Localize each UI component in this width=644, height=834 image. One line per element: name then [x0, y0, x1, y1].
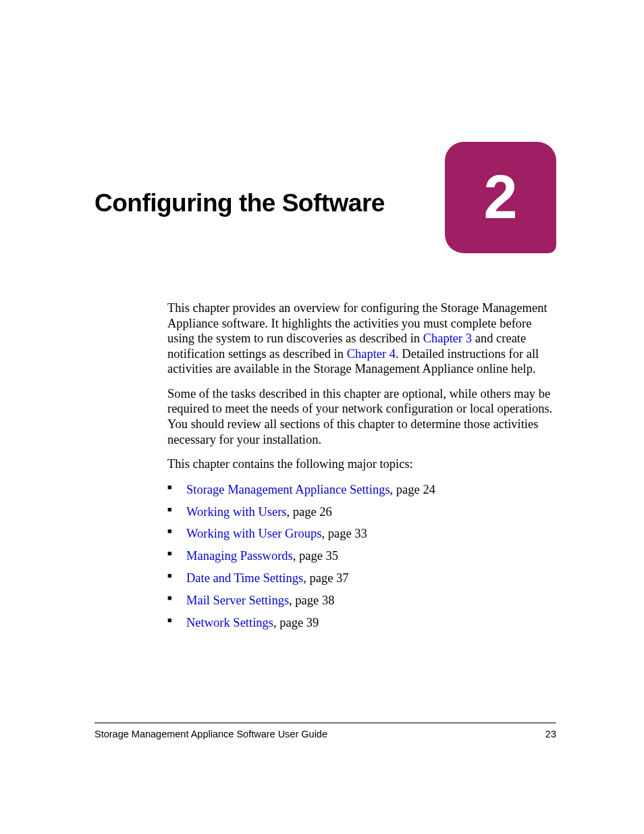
chapter-title: Configuring the Software [95, 142, 385, 217]
list-item: Date and Time Settings, page 37 [167, 570, 556, 588]
body-content: This chapter provides an overview for co… [95, 301, 556, 632]
topic-page: , page 37 [303, 571, 348, 585]
chapter-number-badge: 2 [445, 142, 556, 253]
page-footer: Storage Management Appliance Software Us… [95, 723, 556, 739]
topic-link[interactable]: Working with User Groups [186, 527, 321, 540]
topic-link[interactable]: Managing Passwords [186, 549, 293, 563]
topic-page: , page 33 [321, 527, 367, 540]
intro-paragraph-2: Some of the tasks described in this chap… [167, 386, 556, 447]
topic-page: , page 35 [293, 549, 338, 563]
topic-link[interactable]: Date and Time Settings [186, 571, 303, 585]
topic-link[interactable]: Working with Users [186, 505, 287, 519]
topic-page: , page 39 [273, 616, 319, 629]
link-chapter-4[interactable]: Chapter 4 [347, 347, 396, 361]
footer-page-number: 23 [545, 729, 556, 739]
topic-link[interactable]: Storage Management Appliance Settings [186, 483, 390, 496]
topic-link[interactable]: Network Settings [186, 616, 273, 629]
list-item: Network Settings, page 39 [167, 615, 556, 632]
intro-paragraph-3: This chapter contains the following majo… [167, 457, 556, 472]
list-item: Mail Server Settings, page 38 [167, 592, 556, 610]
topic-page: , page 38 [289, 594, 334, 607]
topic-list: Storage Management Appliance Settings, p… [167, 481, 556, 632]
chapter-header: Configuring the Software 2 [95, 142, 556, 253]
topic-link[interactable]: Mail Server Settings [186, 594, 289, 607]
intro-paragraph-1: This chapter provides an overview for co… [167, 301, 556, 377]
chapter-number: 2 [483, 163, 517, 232]
link-chapter-3[interactable]: Chapter 3 [423, 332, 472, 345]
list-item: Managing Passwords, page 35 [167, 548, 556, 565]
list-item: Working with Users, page 26 [167, 504, 556, 521]
footer-doc-title: Storage Management Appliance Software Us… [95, 729, 327, 739]
topic-page: , page 26 [287, 505, 332, 519]
list-item: Working with User Groups, page 33 [167, 525, 556, 543]
topic-page: , page 24 [390, 483, 435, 496]
list-item: Storage Management Appliance Settings, p… [167, 481, 556, 499]
